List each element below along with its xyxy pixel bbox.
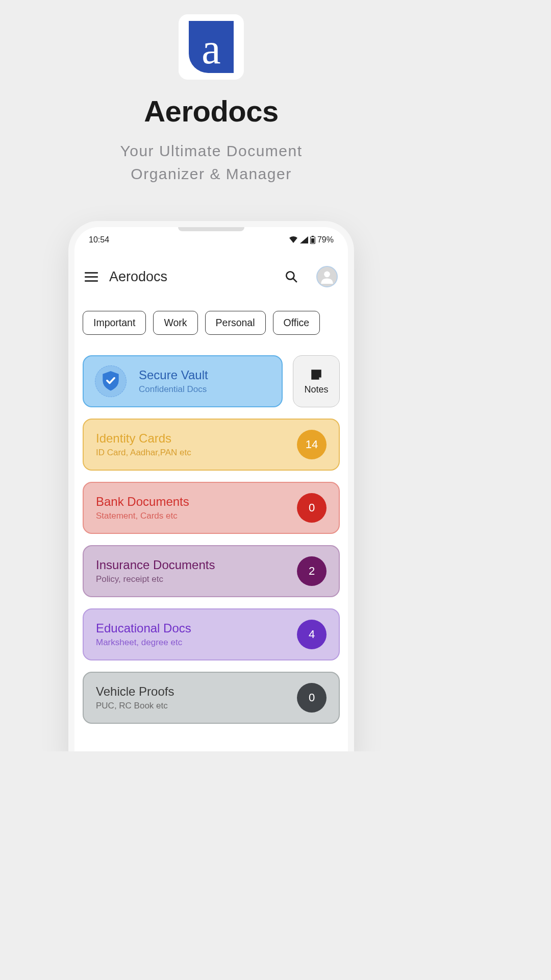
- vault-title: Secure Vault: [139, 368, 208, 382]
- svg-rect-2: [311, 238, 314, 243]
- category-subtitle: ID Card, Aadhar,PAN etc: [96, 448, 191, 458]
- status-time: 10:54: [89, 235, 109, 244]
- promo-title: Aerodocs: [144, 94, 279, 128]
- header-title: Aerodocs: [109, 269, 273, 285]
- filter-chip[interactable]: Personal: [205, 311, 266, 335]
- category-title: Insurance Documents: [96, 558, 215, 572]
- search-icon[interactable]: [285, 270, 298, 283]
- count-badge: 14: [297, 430, 327, 459]
- category-title: Vehicle Proofs: [96, 684, 174, 699]
- category-card[interactable]: Insurance Documents Policy, receipt etc …: [83, 545, 340, 597]
- notes-button[interactable]: Notes: [293, 355, 340, 407]
- notes-icon: [310, 368, 323, 381]
- category-subtitle: Policy, receipt etc: [96, 574, 215, 584]
- vault-subtitle: Confidential Docs: [139, 384, 208, 395]
- svg-point-3: [286, 272, 294, 279]
- notch: [178, 227, 244, 231]
- category-card[interactable]: Vehicle Proofs PUC, RC Book etc 0: [83, 672, 340, 724]
- category-subtitle: PUC, RC Book etc: [96, 701, 174, 711]
- promo-subtitle: Your Ultimate Document Organizer & Manag…: [120, 139, 302, 185]
- shield-icon: [95, 365, 127, 397]
- filter-chip[interactable]: Work: [153, 311, 197, 335]
- phone-frame: 10:54 79% Aerodocs ImportantWorkPersonal…: [68, 221, 354, 751]
- svg-line-4: [293, 279, 297, 282]
- category-title: Identity Cards: [96, 431, 191, 446]
- logo-letter: a: [202, 28, 220, 70]
- category-subtitle: Statement, Cards etc: [96, 511, 189, 521]
- category-card[interactable]: Identity Cards ID Card, Aadhar,PAN etc 1…: [83, 419, 340, 471]
- count-badge: 4: [297, 620, 327, 649]
- wifi-icon: [289, 236, 298, 243]
- menu-icon[interactable]: [85, 272, 98, 282]
- signal-icon: [300, 236, 308, 243]
- filter-chip[interactable]: Important: [83, 311, 146, 335]
- count-badge: 2: [297, 556, 327, 586]
- category-card[interactable]: Educational Docs Marksheet, degree etc 4: [83, 608, 340, 660]
- svg-point-5: [324, 272, 330, 278]
- avatar[interactable]: [316, 266, 338, 287]
- notes-label: Notes: [304, 384, 328, 395]
- app-logo: a: [179, 14, 244, 80]
- category-title: Bank Documents: [96, 495, 189, 509]
- count-badge: 0: [297, 493, 327, 523]
- secure-vault-card[interactable]: Secure Vault Confidential Docs: [83, 355, 283, 407]
- category-card[interactable]: Bank Documents Statement, Cards etc 0: [83, 482, 340, 534]
- category-title: Educational Docs: [96, 621, 191, 635]
- status-battery: 79%: [317, 235, 334, 244]
- category-subtitle: Marksheet, degree etc: [96, 638, 191, 648]
- filter-chip[interactable]: Office: [273, 311, 320, 335]
- battery-icon: [310, 236, 315, 244]
- count-badge: 0: [297, 683, 327, 713]
